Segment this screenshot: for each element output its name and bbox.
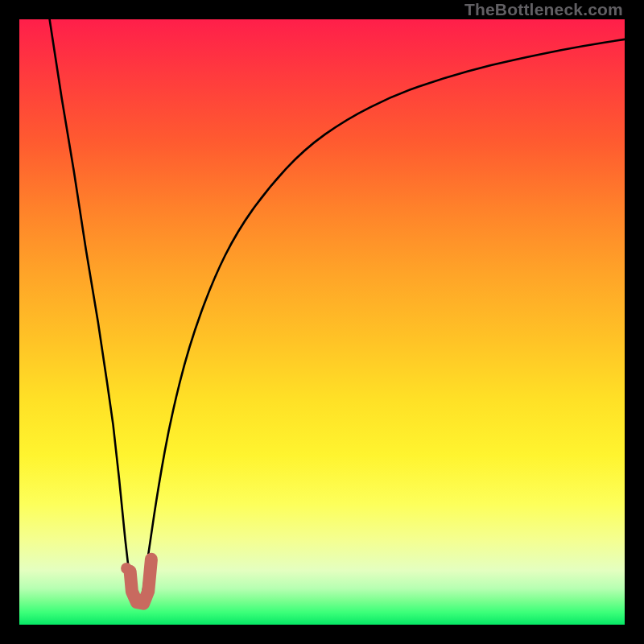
chart-frame: TheBottleneck.com — [0, 0, 644, 644]
plot-area — [19, 19, 625, 625]
curve-right-branch — [142, 39, 625, 601]
chart-svg — [19, 19, 625, 625]
marker-hook — [130, 559, 151, 604]
watermark-text: TheBottleneck.com — [464, 0, 623, 19]
curve-left-branch — [50, 19, 132, 592]
